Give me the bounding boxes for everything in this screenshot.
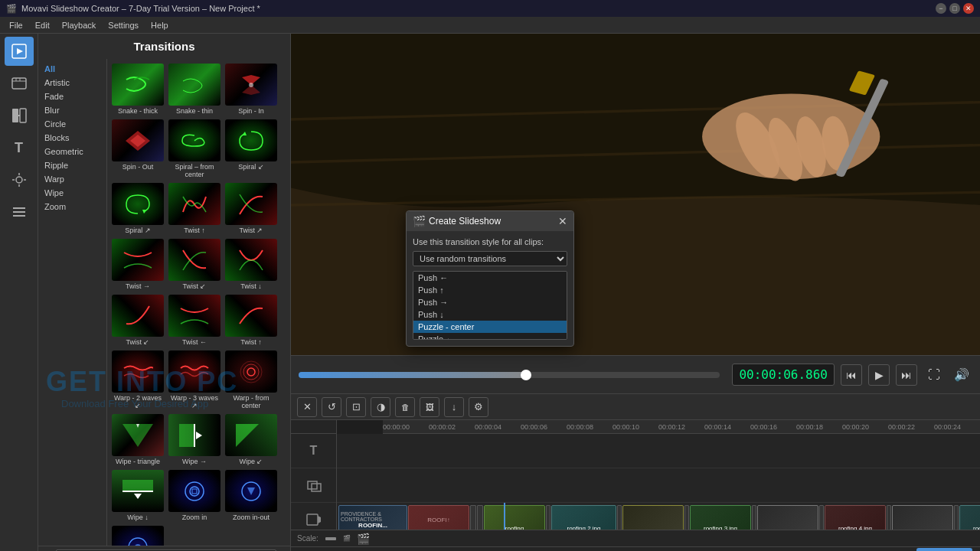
video-clip-6[interactable] [757, 505, 818, 530]
prev-button[interactable]: ⏮ [841, 364, 862, 386]
video-clip-9[interactable]: roofing 5.jpg [959, 505, 980, 530]
transition-marker-1[interactable] [477, 505, 483, 530]
video-track: PROVIDENCE & CONTRACTORS ROOFIN... ROOFI… [337, 503, 980, 530]
transition-twist-dl[interactable]: Twist ↙ [167, 237, 222, 292]
category-all[interactable]: All [38, 62, 106, 76]
progress-thumb[interactable] [521, 370, 531, 380]
delete-tool-button[interactable]: 🗑 [395, 397, 415, 417]
next-button[interactable]: ⏭ [896, 364, 917, 386]
sidebar-icon-effects[interactable] [5, 165, 34, 194]
download-tool-button[interactable]: ↓ [444, 397, 464, 417]
close-button[interactable]: ✕ [963, 3, 974, 14]
transition-marker-3[interactable] [617, 505, 622, 530]
dialog-list-puzzle-center[interactable]: Puzzle - center [413, 321, 567, 333]
dialog-list-push-down[interactable]: Push ↓ [413, 308, 567, 321]
menu-edit[interactable]: Edit [29, 19, 56, 31]
progress-track[interactable] [299, 372, 720, 378]
video-clip-5[interactable]: roofing 3.jpg [690, 505, 751, 530]
sidebar-icon-preview[interactable] [5, 37, 34, 66]
transition-zoom-in-out[interactable]: Zoom in-out [224, 468, 279, 523]
category-zoom[interactable]: Zoom [38, 200, 106, 214]
sidebar-icon-text[interactable]: T [5, 133, 34, 162]
transition-spiral-from-center[interactable]: Spiral – from center [167, 118, 222, 180]
transition-wipe-triangle[interactable]: Wipe - triangle [110, 412, 165, 467]
transition-twist-dl2[interactable]: Twist ↙ [110, 293, 165, 347]
transition-spin-out-label: Spin - Out [122, 163, 154, 171]
playhead[interactable] [504, 503, 505, 530]
transition-twist-right[interactable]: Twist → [110, 237, 165, 292]
video-clip-8[interactable] [892, 505, 953, 530]
sidebar-icon-media[interactable] [5, 69, 34, 98]
category-geometric[interactable]: Geometric [38, 145, 106, 158]
menu-playback[interactable]: Playback [56, 19, 103, 31]
play-button[interactable]: ▶ [868, 364, 890, 386]
category-artistic[interactable]: Artistic [38, 76, 106, 90]
video-clip-1[interactable]: ROOFI↑ [408, 505, 469, 530]
transition-spiral-ur[interactable]: Spiral ↗ [110, 181, 165, 236]
dialog-list-push-left[interactable]: Push ← [413, 272, 567, 284]
transition-marker-7[interactable] [887, 505, 891, 530]
dialog-close-button[interactable]: ✕ [558, 215, 567, 227]
transition-marker-4[interactable] [684, 505, 689, 530]
sidebar-icon-transitions[interactable] [5, 101, 34, 130]
sidebar-icon-more[interactable] [5, 197, 34, 227]
transition-zoom-out[interactable]: Zoom out [110, 524, 165, 546]
gear-tool-button[interactable]: ⚙ [469, 397, 488, 417]
svg-rect-53 [325, 537, 336, 540]
category-warp[interactable]: Warp [38, 172, 106, 186]
crop-tool-button[interactable]: ⊡ [346, 397, 366, 417]
transition-wipe-down[interactable]: Wipe ↓ [110, 468, 165, 523]
transition-twist-up[interactable]: Twist ↑ [167, 181, 222, 236]
category-blur[interactable]: Blur [38, 103, 106, 117]
category-ripple[interactable]: Ripple [38, 158, 106, 172]
track-label-video [291, 503, 336, 530]
video-clip-2[interactable]: roofing [484, 505, 545, 530]
video-clip-7[interactable]: roofing 4.jpg [825, 505, 886, 530]
transition-warp-from-center[interactable]: Warp - from center [224, 349, 279, 411]
maximize-button[interactable]: □ [949, 3, 960, 14]
dialog-list-push-right[interactable]: Push → [413, 296, 567, 308]
rotate-tool-button[interactable]: ↺ [322, 397, 341, 417]
transition-warp-3waves[interactable]: Warp - 3 waves ↗ [167, 349, 222, 411]
transition-wipe-dl[interactable]: Wipe ↙ [224, 412, 279, 467]
dialog-transition-dropdown[interactable]: Use random transitions [413, 251, 567, 266]
transition-marker-2[interactable] [546, 505, 550, 530]
fullscreen-button[interactable]: ⛶ [923, 364, 945, 386]
transition-marker-6[interactable] [819, 505, 824, 530]
transition-twist-down[interactable]: Twist ↓ [224, 237, 279, 292]
category-fade[interactable]: Fade [38, 90, 106, 103]
video-clip-3[interactable]: roofing 2.jpg [551, 505, 616, 530]
dialog-transition-list[interactable]: Push ← Push ↑ Push → Push ↓ Puzzle - cen… [413, 271, 567, 340]
category-circle[interactable]: Circle [38, 117, 106, 131]
transition-snake-thin[interactable]: Snake - thin [167, 62, 222, 116]
volume-button[interactable]: 🔊 [951, 364, 972, 386]
minimize-button[interactable]: − [936, 3, 946, 14]
video-clip-4[interactable] [622, 505, 684, 530]
transition-spiral-dl[interactable]: Spiral ↙ [224, 118, 279, 180]
transition-zoom-in[interactable]: Zoom in [167, 468, 222, 523]
export-button[interactable]: Export [916, 548, 972, 551]
transition-warp-2waves[interactable]: Warp - 2 waves ↙ [110, 349, 165, 411]
cut-tool-button[interactable]: ✕ [297, 397, 317, 417]
menu-help[interactable]: Help [145, 19, 175, 31]
category-blocks[interactable]: Blocks [38, 131, 106, 145]
transition-marker-5[interactable] [752, 505, 756, 530]
transition-marker-8[interactable] [954, 505, 959, 530]
ruler-24: 00:00:24 [934, 423, 961, 431]
transition-twist-ur[interactable]: Twist ↗ [224, 181, 279, 236]
transition-snake-thick[interactable]: Snake - thick [110, 62, 165, 116]
transition-twist-left[interactable]: Twist ← [167, 293, 222, 347]
transition-wipe-right[interactable]: Wipe → [167, 412, 222, 467]
video-clip-0[interactable]: PROVIDENCE & CONTRACTORS ROOFIN... [338, 505, 407, 530]
transition-marker-0[interactable] [470, 505, 476, 530]
menu-settings[interactable]: Settings [102, 19, 145, 31]
dialog-list-puzzle-left[interactable]: Puzzle ← [413, 333, 567, 340]
image-tool-button[interactable]: 🖼 [420, 397, 439, 417]
dialog-list-push-up[interactable]: Push ↑ [413, 284, 567, 296]
transition-spin-out[interactable]: Spin - Out [110, 118, 165, 180]
color-tool-button[interactable]: ◑ [371, 397, 390, 417]
transition-spin-in[interactable]: Spin - In [224, 62, 279, 116]
transition-twist-up2[interactable]: Twist ↑ [224, 293, 279, 347]
category-wipe[interactable]: Wipe [38, 186, 106, 200]
menu-file[interactable]: File [3, 19, 29, 31]
